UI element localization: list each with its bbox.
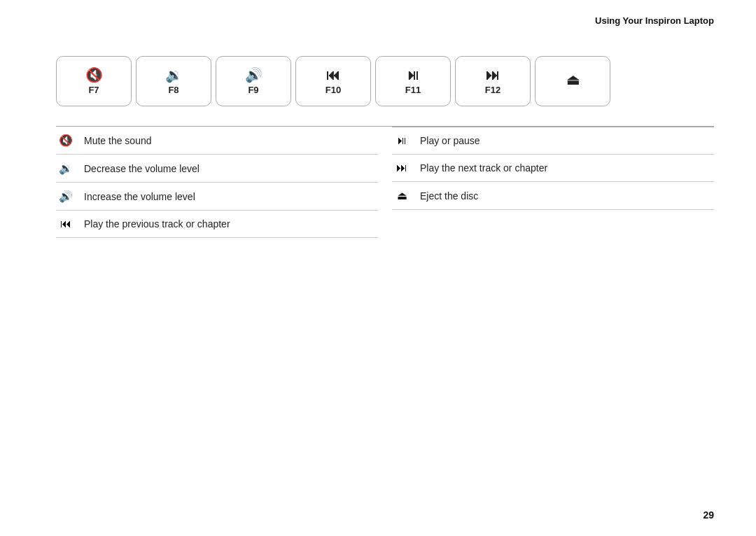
desc-play-pause: ⏯ Play or pause: [392, 127, 714, 155]
key-f7[interactable]: 🔇 F7: [56, 56, 132, 106]
desc-prev-track-icon: ⏮: [56, 218, 76, 230]
desc-vol-down: 🔉 Decrease the volume level: [56, 155, 378, 183]
key-f12-label: F12: [485, 85, 500, 95]
desc-eject-text: Eject the disc: [420, 190, 478, 202]
key-f8-label: F8: [168, 85, 178, 95]
key-f12[interactable]: ⏭ F12: [455, 56, 531, 106]
page-number: 29: [703, 509, 714, 521]
desc-prev-track-text: Play the previous track or chapter: [84, 218, 230, 230]
key-f10[interactable]: ⏮ F10: [295, 56, 371, 106]
desc-vol-up-icon: 🔊: [56, 190, 76, 203]
main-content: 🔇 F7 🔉 F8 🔊 F9 ⏮ F10 ⏯ F11 ⏭ F12 ⏏: [56, 56, 714, 238]
desc-vol-down-icon: 🔉: [56, 162, 76, 175]
mute-icon: 🔇: [85, 68, 103, 82]
key-f8[interactable]: 🔉 F8: [136, 56, 211, 106]
desc-mute: 🔇 Mute the sound: [56, 127, 378, 155]
desc-vol-up-text: Increase the volume level: [84, 191, 195, 202]
desc-eject: ⏏ Eject the disc: [392, 182, 714, 210]
desc-vol-up: 🔊 Increase the volume level: [56, 183, 378, 211]
volume-down-icon: 🔉: [165, 68, 183, 82]
eject-icon: ⏏: [566, 73, 580, 87]
volume-up-icon: 🔊: [245, 68, 262, 82]
desc-prev-track: ⏮ Play the previous track or chapter: [56, 211, 378, 238]
key-f11[interactable]: ⏯ F11: [375, 56, 451, 106]
key-f7-label: F7: [88, 85, 99, 95]
desc-vol-down-text: Decrease the volume level: [84, 163, 200, 174]
desc-next-track-icon: ⏭: [392, 162, 412, 174]
desc-eject-icon: ⏏: [392, 189, 412, 202]
desc-next-track-text: Play the next track or chapter: [420, 162, 547, 174]
next-track-icon: ⏭: [486, 68, 500, 82]
desc-mute-text: Mute the sound: [84, 135, 152, 146]
desc-play-pause-text: Play or pause: [420, 135, 480, 146]
prev-track-icon: ⏮: [326, 68, 340, 82]
key-eject[interactable]: ⏏: [535, 56, 610, 106]
desc-next-track: ⏭ Play the next track or chapter: [392, 155, 714, 182]
key-f9-label: F9: [248, 85, 258, 95]
desc-mute-icon: 🔇: [56, 134, 76, 147]
play-pause-icon: ⏯: [406, 68, 420, 82]
key-f11-label: F11: [405, 85, 421, 95]
desc-play-pause-icon: ⏯: [392, 134, 412, 147]
descriptions-left: 🔇 Mute the sound 🔉 Decrease the volume l…: [56, 127, 385, 238]
key-f9[interactable]: 🔊 F9: [216, 56, 291, 106]
page-header-title: Using Your Inspiron Laptop: [595, 15, 714, 26]
keys-row: 🔇 F7 🔉 F8 🔊 F9 ⏮ F10 ⏯ F11 ⏭ F12 ⏏: [56, 56, 714, 106]
descriptions-right: ⏯ Play or pause ⏭ Play the next track or…: [385, 127, 714, 238]
descriptions-grid: 🔇 Mute the sound 🔉 Decrease the volume l…: [56, 127, 714, 238]
key-f10-label: F10: [326, 85, 341, 95]
